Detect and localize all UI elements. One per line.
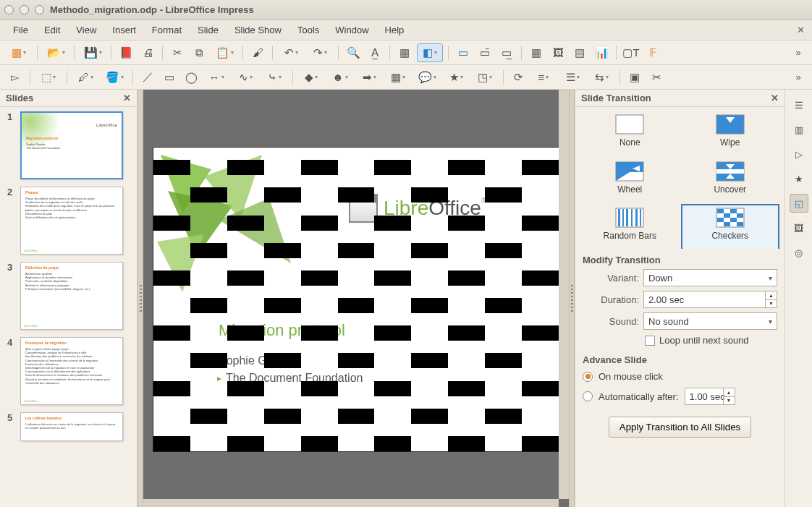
3d-tool[interactable]: ◳ [472,68,498,87]
navigator-icon[interactable]: ◎ [790,243,808,262]
paste-button[interactable]: 📋 [211,43,237,62]
grid-button[interactable]: ▦ [395,43,414,62]
shadow-tool[interactable]: ▣ [625,68,644,87]
insert-image-button[interactable]: 🖼 [549,43,567,62]
splitter-right[interactable] [569,90,575,507]
redo-button[interactable]: ↷ [307,43,333,62]
menu-help[interactable]: Help [378,22,412,38]
curve-tool[interactable]: ∿ [232,68,258,87]
align-tool[interactable]: ≡ [530,68,557,87]
apply-all-button[interactable]: Apply Transition to All Slides [609,417,751,438]
transition-panel-close-icon[interactable]: ✕ [771,93,779,103]
display-views-button[interactable]: ◧ [417,43,443,62]
master-slide-button[interactable]: ▭ [454,43,473,62]
minimize-window-icon[interactable] [20,5,29,14]
transition-none[interactable]: None [583,113,677,155]
properties-icon[interactable]: ☰ [790,95,808,114]
fontwork-button[interactable]: 𝔽 [643,43,662,62]
toolbar-overflow[interactable]: » [789,43,808,62]
duration-down[interactable]: ▼ [765,300,777,308]
sound-select[interactable]: No sound [643,312,777,330]
transition-wipe[interactable]: Wipe [683,113,778,155]
flowchart-tool[interactable]: ▦ [385,68,411,87]
slide-thumbs-list[interactable]: 1 LibreOffice Migration protocol Sophie … [0,107,137,507]
menu-view[interactable]: View [69,22,103,38]
advance-auto-spinner[interactable]: 1.00 sec ▲▼ [685,388,735,405]
menu-slide[interactable]: Slide [190,22,226,38]
slide-transition-icon[interactable]: ◱ [790,194,808,213]
slide-canvas[interactable]: LibreOffice® Migration protocol Sophie G… [153,148,559,451]
select-tool[interactable]: ▻ [6,68,25,87]
arrow-line-tool[interactable]: ↔ [203,68,229,87]
splitter-left[interactable] [138,90,143,507]
rect-tool[interactable]: ▭ [160,68,179,87]
advance-auto-radio[interactable] [583,391,593,401]
spellcheck-button[interactable]: A̲ [365,43,384,62]
duration-up[interactable]: ▲ [765,291,777,300]
advance-on-click-radio[interactable] [583,372,593,382]
menu-tools[interactable]: Tools [290,22,326,38]
transition-random-bars[interactable]: Random Bars [583,206,677,249]
print-button[interactable]: 🖨 [138,43,157,62]
menu-insert[interactable]: Insert [105,22,143,38]
maximize-window-icon[interactable] [35,5,44,14]
save-button[interactable]: 💾 [80,43,106,62]
transition-checkers[interactable]: Checkers [683,206,778,249]
menu-slideshow[interactable]: Slide Show [227,22,289,38]
block-arrows-tool[interactable]: ➡ [356,68,382,87]
undo-button[interactable]: ↶ [278,43,304,62]
menu-edit[interactable]: Edit [37,22,67,38]
loop-sound-checkbox[interactable] [645,336,655,346]
canvas-hscroll[interactable] [143,499,559,507]
slide-thumb[interactable]: 2 Phases Phase de collecte d'information… [7,187,134,255]
slide-thumb[interactable]: 5 Les critères humains L'utilisateur doi… [7,412,134,441]
find-button[interactable]: 🔍 [344,43,363,62]
gallery-icon[interactable]: 🖼 [790,218,808,237]
symbol-shapes-tool[interactable]: ☻ [327,68,353,87]
variant-select[interactable]: Down [643,269,777,286]
rotate-tool[interactable]: ⟳ [509,68,528,87]
custom-animation-icon[interactable]: ▷ [790,145,808,163]
start-first-button[interactable]: ▭̄ [475,43,494,62]
open-button[interactable]: 📂 [43,43,69,62]
connector-tool[interactable]: ⤷ [261,68,287,87]
menu-format[interactable]: Format [145,22,189,38]
start-current-button[interactable]: ▭̲ [497,43,516,62]
slide-thumb[interactable]: 3 Définition du projet Architecture syst… [7,262,134,330]
copy-button[interactable]: ⧉ [190,43,208,62]
slide-templates-icon[interactable]: ▥ [790,120,808,139]
menu-file[interactable]: File [6,22,35,38]
new-doc-button[interactable]: ▦ [6,43,32,62]
transition-uncover[interactable]: Uncover [683,160,778,203]
slide-thumb[interactable]: 4 Processus de migration Mise en place d… [7,337,134,405]
ellipse-tool[interactable]: ◯ [182,68,200,87]
master-effects-icon[interactable]: ★ [790,169,808,188]
basic-shapes-tool[interactable]: ◆ [298,68,324,87]
transition-wheel[interactable]: Wheel [583,160,677,203]
callout-tool[interactable]: 💬 [414,68,440,87]
slide-canvas-area[interactable]: LibreOffice® Migration protocol Sophie G… [143,90,569,507]
slides-panel-close-icon[interactable]: ✕ [123,93,131,103]
menu-window[interactable]: Window [328,22,376,38]
arrange-tool[interactable]: ☰ [559,68,585,87]
duration-spinner[interactable]: 2.00 sec ▲▼ [643,291,777,308]
insert-table-button[interactable]: ▦ [527,43,546,62]
export-pdf-button[interactable]: 📕 [117,43,135,62]
line-tool[interactable]: ／ [138,68,157,87]
zoom-tool[interactable]: ⬚ [35,68,62,87]
cut-button[interactable]: ✂ [168,43,187,62]
insert-av-button[interactable]: ▤ [570,43,589,62]
stars-tool[interactable]: ★ [443,68,469,87]
toolbar2-overflow[interactable]: » [789,68,808,87]
crop-tool[interactable]: ✂ [647,68,666,87]
line-color-button[interactable]: 🖊 [72,68,98,87]
text-box-button[interactable]: ▢T [622,43,640,62]
clone-format-button[interactable]: 🖌 [248,43,267,62]
distribute-tool[interactable]: ⇆ [588,68,614,87]
canvas-vscroll[interactable] [559,90,569,499]
close-document-icon[interactable]: ✕ [797,25,805,35]
slide-thumb[interactable]: 1 LibreOffice Migration protocol Sophie … [7,111,134,179]
insert-chart-button[interactable]: 📊 [592,43,611,62]
fill-color-button[interactable]: 🪣 [101,68,127,87]
close-window-icon[interactable] [4,5,14,14]
